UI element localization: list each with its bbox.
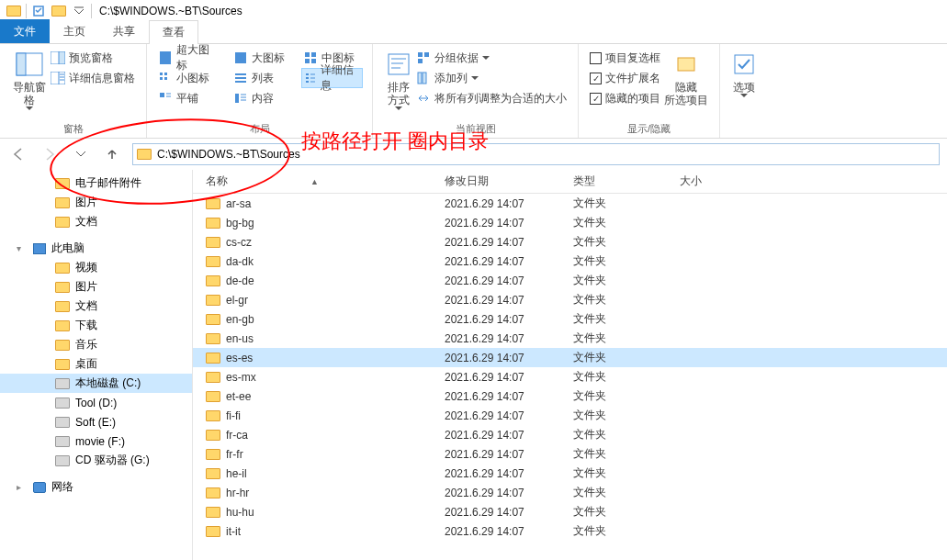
file-row[interactable]: en-gb2021.6.29 14:07文件夹 xyxy=(193,309,947,329)
file-row[interactable]: he-il2021.6.29 14:07文件夹 xyxy=(193,464,947,483)
layout-small-icons[interactable]: 小图标 xyxy=(156,68,219,88)
file-row[interactable]: es-es2021.6.29 14:07文件夹 xyxy=(193,348,947,367)
file-row[interactable]: fr-fr2021.6.29 14:07文件夹 xyxy=(193,444,947,464)
layout-tiles[interactable]: 平铺 xyxy=(156,88,219,108)
nav-pane-button[interactable]: 导航窗格 xyxy=(9,48,49,111)
folder-icon xyxy=(206,526,220,537)
back-button[interactable] xyxy=(7,143,29,165)
file-row[interactable]: bg-bg2021.6.29 14:07文件夹 xyxy=(193,213,947,232)
expand-icon[interactable]: ▾ xyxy=(17,243,28,253)
tree-item[interactable]: Tool (D:) xyxy=(0,393,192,412)
file-type: 文件夹 xyxy=(560,350,667,365)
file-row[interactable]: hu-hu2021.6.29 14:07文件夹 xyxy=(193,502,947,521)
tab-home[interactable]: 主页 xyxy=(50,19,99,43)
file-row[interactable]: ar-sa2021.6.29 14:07文件夹 xyxy=(193,194,947,213)
file-date: 2021.6.29 14:07 xyxy=(432,371,560,384)
recent-locations-button[interactable] xyxy=(70,143,92,165)
column-date[interactable]: 修改日期 xyxy=(432,174,560,189)
address-input[interactable] xyxy=(157,148,935,161)
file-name: en-us xyxy=(226,332,254,345)
tree-item[interactable]: 图片 xyxy=(0,193,192,212)
tab-share[interactable]: 共享 xyxy=(99,19,149,43)
tree-item-label: 文档 xyxy=(75,214,97,230)
options-button[interactable]: 选项 xyxy=(729,48,759,98)
file-date: 2021.6.29 14:07 xyxy=(432,236,560,249)
file-row[interactable]: es-mx2021.6.29 14:07文件夹 xyxy=(193,367,947,386)
file-row[interactable]: it-it2021.6.29 14:07文件夹 xyxy=(193,521,947,541)
qat-properties[interactable] xyxy=(28,1,49,21)
tree-item[interactable]: ▾此电脑 xyxy=(0,239,192,258)
details-pane-button[interactable]: 详细信息窗格 xyxy=(49,68,137,88)
navigation-tree[interactable]: 电子邮件附件图片文档▾此电脑视频图片文档下载音乐桌面本地磁盘 (C:)Tool … xyxy=(0,170,193,560)
file-type: 文件夹 xyxy=(560,504,667,520)
layout-large-icons[interactable]: 大图标 xyxy=(231,48,288,68)
file-row[interactable]: et-ee2021.6.29 14:07文件夹 xyxy=(193,386,947,406)
column-name[interactable]: 名称▲ xyxy=(193,174,432,189)
folder-icon xyxy=(206,410,220,421)
file-row[interactable]: fr-ca2021.6.29 14:07文件夹 xyxy=(193,425,947,444)
svg-rect-3 xyxy=(17,53,26,75)
tree-item[interactable]: 音乐 xyxy=(0,335,192,354)
file-row[interactable]: cs-cz2021.6.29 14:07文件夹 xyxy=(193,232,947,252)
group-by-button[interactable]: 分组依据 xyxy=(414,48,569,68)
up-button[interactable] xyxy=(101,143,123,165)
column-size[interactable]: 大小 xyxy=(667,174,740,189)
file-date: 2021.6.29 14:07 xyxy=(432,467,560,480)
file-name: he-il xyxy=(226,467,247,480)
svg-rect-45 xyxy=(423,73,426,84)
hide-selected-button[interactable]: 隐藏 所选项目 xyxy=(662,48,710,108)
tree-item[interactable]: 下载 xyxy=(0,316,192,335)
svg-rect-26 xyxy=(306,77,309,79)
file-row[interactable]: da-dk2021.6.29 14:07文件夹 xyxy=(193,252,947,271)
tree-item[interactable]: 桌面 xyxy=(0,354,192,374)
tree-item[interactable]: 文档 xyxy=(0,297,192,316)
item-checkboxes-toggle[interactable]: 项目复选框 xyxy=(588,48,662,68)
file-row[interactable]: en-us2021.6.29 14:07文件夹 xyxy=(193,329,947,348)
size-columns-button[interactable]: 将所有列调整为合适的大小 xyxy=(414,88,569,108)
fld-icon xyxy=(55,217,70,228)
layout-extra-large-icons[interactable]: 超大图标 xyxy=(156,48,219,68)
column-type[interactable]: 类型 xyxy=(560,174,667,189)
file-name: et-ee xyxy=(226,390,251,403)
svg-rect-14 xyxy=(311,52,316,57)
file-extensions-toggle[interactable]: ✓文件扩展名 xyxy=(588,68,662,88)
qat-new-folder[interactable] xyxy=(49,1,69,21)
add-columns-button[interactable]: 添加列 xyxy=(414,68,569,88)
forward-button[interactable] xyxy=(39,143,61,165)
tree-item[interactable]: ▸网络 xyxy=(0,477,192,497)
expand-icon[interactable]: ▸ xyxy=(17,482,28,492)
file-type: 文件夹 xyxy=(560,523,667,539)
file-type: 文件夹 xyxy=(560,215,667,230)
tree-item[interactable]: Soft (E:) xyxy=(0,412,192,431)
svg-rect-37 xyxy=(389,54,409,74)
layout-details[interactable]: 详细信息 xyxy=(301,68,364,88)
tree-item[interactable]: 本地磁盘 (C:) xyxy=(0,374,192,393)
address-bar[interactable] xyxy=(132,143,940,165)
tree-item[interactable]: 图片 xyxy=(0,277,192,297)
tab-file[interactable]: 文件 xyxy=(0,19,50,43)
file-name: fr-fr xyxy=(226,448,243,461)
tree-item-label: 网络 xyxy=(51,479,73,495)
tree-item[interactable]: 视频 xyxy=(0,258,192,277)
hidden-items-toggle[interactable]: ✓隐藏的项目 xyxy=(588,88,662,108)
file-name: bg-bg xyxy=(226,217,254,230)
tree-item[interactable]: movie (F:) xyxy=(0,431,192,451)
file-row[interactable]: de-de2021.6.29 14:07文件夹 xyxy=(193,271,947,290)
file-row[interactable]: el-gr2021.6.29 14:07文件夹 xyxy=(193,290,947,309)
svg-rect-24 xyxy=(306,73,309,75)
file-row[interactable]: hr-hr2021.6.29 14:07文件夹 xyxy=(193,483,947,502)
file-row[interactable]: fi-fi2021.6.29 14:07文件夹 xyxy=(193,406,947,425)
tree-item[interactable]: 电子邮件附件 xyxy=(0,174,192,193)
preview-pane-button[interactable]: 预览窗格 xyxy=(49,48,137,68)
tree-item[interactable]: CD 驱动器 (G:) xyxy=(0,451,192,470)
file-name: it-it xyxy=(226,525,241,538)
qat-customize[interactable] xyxy=(69,1,89,21)
tree-item[interactable]: 文档 xyxy=(0,212,192,231)
file-type: 文件夹 xyxy=(560,196,667,211)
folder-icon xyxy=(206,391,220,402)
layout-content[interactable]: 内容 xyxy=(231,88,288,108)
layout-list[interactable]: 列表 xyxy=(231,68,288,88)
sort-by-button[interactable]: 排序方式 xyxy=(382,48,414,111)
tab-view[interactable]: 查看 xyxy=(149,20,198,44)
ribbon-group-panes: 导航窗格 预览窗格 详细信息窗格 窗格 xyxy=(0,44,147,138)
